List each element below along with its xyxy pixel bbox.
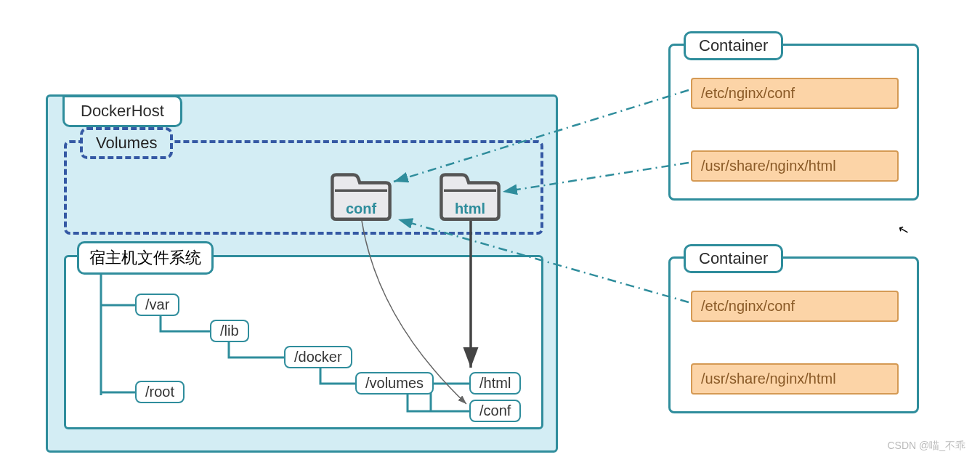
dockerhost-title: DockerHost: [62, 95, 182, 127]
fs-node-root: /root: [135, 381, 185, 403]
container2-path-html: /usr/share/nginx/html: [691, 363, 899, 395]
container1-path-html: /usr/share/nginx/html: [691, 150, 899, 182]
container1-path-conf: /etc/nginx/conf: [691, 78, 899, 109]
watermark: CSDN @喵_不乖: [887, 440, 965, 453]
fs-node-docker: /docker: [284, 346, 352, 368]
fs-node-conf: /conf: [469, 400, 521, 422]
host-filesystem-box: 宿主机文件系统 /var /lib /docker /volumes /html…: [64, 255, 543, 429]
cursor-icon: ↖: [896, 220, 910, 238]
volume-folder-conf: conf: [328, 172, 394, 225]
container-title-1: Container: [684, 31, 783, 60]
dockerhost-panel: DockerHost Volumes conf html 宿主机文件系统: [46, 94, 558, 453]
fs-node-volumes: /volumes: [355, 372, 434, 395]
container-title-2: Container: [684, 244, 783, 273]
volume-label-conf: conf: [328, 201, 394, 217]
fs-node-lib: /lib: [210, 320, 249, 342]
volumes-box: Volumes conf html: [64, 140, 543, 235]
volumes-title: Volumes: [80, 127, 173, 159]
volume-label-html: html: [437, 201, 503, 217]
volume-folder-html: html: [437, 172, 503, 225]
container2-path-conf: /etc/nginx/conf: [691, 291, 899, 322]
container-panel-2: Container /etc/nginx/conf /usr/share/ngi…: [668, 256, 919, 413]
container-panel-1: Container /etc/nginx/conf /usr/share/ngi…: [668, 44, 919, 201]
fs-node-var: /var: [135, 294, 179, 316]
fs-node-html: /html: [469, 372, 521, 395]
